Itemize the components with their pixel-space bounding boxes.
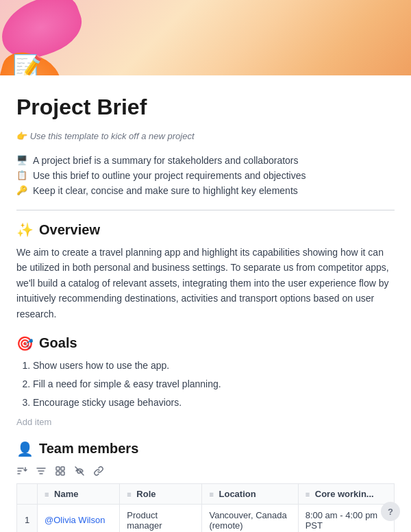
goals-heading: 🎯 Goals (16, 335, 395, 352)
th-core-icon: ≡ (306, 490, 310, 498)
goal-item-1: Show users how to use the app. (33, 359, 395, 373)
bullet-item: 🖥️ A project brief is a summary for stak… (16, 155, 395, 166)
th-core[interactable]: ≡ Core workin... (298, 483, 394, 504)
tip-text: Use this template to kick off a new proj… (30, 131, 195, 141)
table-toolbar (16, 464, 395, 478)
row-role: Product manager (120, 504, 202, 532)
th-location-icon: ≡ (209, 490, 213, 498)
add-item-button[interactable]: Add item (16, 417, 395, 427)
sort-icon[interactable] (16, 466, 27, 476)
th-role-label: Role (136, 489, 155, 499)
link-icon[interactable] (93, 466, 104, 476)
table-row: 1 @Olivia Wilson Product manager Vancouv… (17, 504, 395, 532)
bullet-item: 🔑 Keep it clear, concise and make sure t… (16, 185, 395, 196)
svg-rect-2 (56, 472, 60, 475)
bullet-emoji-3: 🔑 (16, 185, 27, 195)
overview-heading-text: Overview (39, 222, 100, 238)
overview-text: We aim to create a travel planning app a… (16, 245, 395, 322)
bullet-item: 📋 Use this brief to outline your project… (16, 170, 395, 181)
th-location[interactable]: ≡ Location (202, 483, 298, 504)
hero-banner: 📝 (0, 0, 411, 75)
row-location: Vancouver, Canada (remote) (202, 504, 298, 532)
th-name-label: Name (54, 489, 78, 499)
goals-heading-text: Goals (39, 335, 77, 351)
svg-rect-3 (61, 472, 64, 475)
goals-section: 🎯 Goals Show users how to use the app. F… (16, 335, 395, 427)
th-name[interactable]: ≡ Name (38, 483, 120, 504)
goal-item-3: Encourage sticky usage behaviors. (33, 396, 395, 410)
team-heading-text: Team members (39, 441, 138, 457)
intro-bullets: 🖥️ A project brief is a summary for stak… (16, 155, 395, 196)
th-location-label: Location (219, 489, 256, 499)
overview-emoji: ✨ (16, 221, 34, 238)
team-table: ≡ Name ≡ Role ≡ Location ≡ Core workin..… (16, 483, 395, 532)
page-title: Project Brief (16, 95, 395, 120)
overview-section: ✨ Overview We aim to create a travel pla… (16, 221, 395, 322)
th-num (17, 483, 38, 504)
table-header-row: ≡ Name ≡ Role ≡ Location ≡ Core workin..… (17, 483, 395, 504)
hide-icon[interactable] (74, 466, 85, 476)
th-role[interactable]: ≡ Role (120, 483, 202, 504)
row-core: 8:00 am - 4:00 pm PST (298, 504, 394, 532)
tip-line: 👉 Use this template to kick off a new pr… (16, 131, 395, 141)
svg-rect-1 (61, 467, 64, 470)
bullet-text-1: A project brief is a summary for stakeho… (33, 155, 299, 166)
th-role-icon: ≡ (127, 490, 131, 498)
team-heading: 👤 Team members (16, 441, 395, 457)
th-name-icon: ≡ (45, 490, 49, 498)
row-num: 1 (17, 504, 38, 532)
bullet-text-3: Keep it clear, concise and make sure to … (33, 185, 298, 196)
bullet-text-2: Use this brief to outline your project r… (33, 170, 306, 181)
goals-list: Show users how to use the app. Fill a ne… (33, 359, 395, 410)
filter-icon[interactable] (36, 466, 47, 476)
svg-rect-0 (56, 467, 60, 470)
section-divider (16, 210, 395, 210)
row-name[interactable]: @Olivia Wilson (38, 504, 120, 532)
group-icon[interactable] (55, 466, 66, 476)
th-core-label: Core workin... (315, 489, 374, 499)
goal-item-2: Fill a need for simple & easy travel pla… (33, 377, 395, 391)
member-name[interactable]: @Olivia Wilson (45, 515, 105, 525)
team-section: 👤 Team members (16, 441, 395, 532)
help-button[interactable]: ? (381, 502, 400, 521)
goals-emoji: 🎯 (16, 335, 34, 352)
tip-emoji: 👉 (16, 131, 27, 141)
overview-heading: ✨ Overview (16, 221, 395, 238)
document-icon: 📝 (12, 53, 43, 75)
bullet-emoji-2: 📋 (16, 170, 27, 180)
team-emoji: 👤 (16, 441, 34, 457)
bullet-emoji-1: 🖥️ (16, 155, 27, 165)
